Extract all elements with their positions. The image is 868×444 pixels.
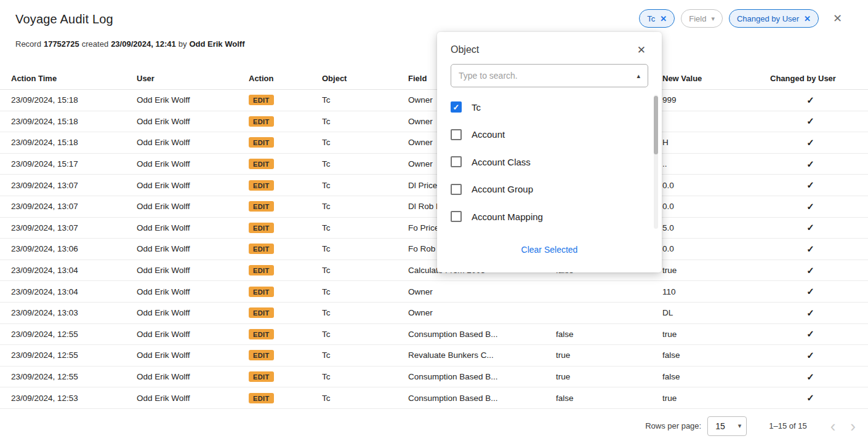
cell-action: EDIT [249,329,322,339]
created-at: 23/09/2024, 12:41 [111,39,176,49]
cell-new-value: true [662,394,770,403]
object-option[interactable]: Account Class [437,148,662,176]
object-option[interactable]: Account [437,121,662,149]
check-icon: ✓ [806,307,814,319]
page: Tc ✕ Field ▾ Changed by User ✕ ✕ Voyage … [0,0,868,443]
chevron-down-icon: ▾ [738,422,742,430]
option-checkbox[interactable] [451,184,462,195]
cell-changed-by-user: ✓ [770,244,868,255]
object-option[interactable]: Account Group [437,176,662,204]
check-icon: ✓ [806,286,814,297]
object-filter-popup: Object ✕ ▴ ✓ Tc Account Account Class Ac… [437,32,662,272]
cell-changed-by-user: ✓ [770,307,868,319]
rows-per-page-label: Rows per page: [645,421,701,430]
cell-user: Odd Erik Wolff [137,138,249,147]
audit-table: Action Time User Action Object Field Old… [0,68,868,409]
edit-badge: EDIT [249,265,274,276]
popup-search-box[interactable]: ▴ [451,64,648,87]
option-checkbox[interactable] [451,211,462,222]
remove-filter-icon[interactable]: ✕ [804,14,811,23]
column-header-action-time: Action Time [0,74,137,83]
cell-user: Odd Erik Wolff [137,202,249,211]
cell-action: EDIT [249,393,322,403]
check-icon: ✓ [806,328,814,339]
cell-changed-by-user: ✓ [770,180,868,191]
filter-chip-field[interactable]: Field ▾ [681,9,723,28]
cell-action: EDIT [249,287,322,297]
cell-action: EDIT [249,95,322,105]
option-label: Account Group [472,184,533,194]
cell-changed-by-user: ✓ [770,159,868,170]
column-header-object: Object [322,74,408,83]
search-input[interactable] [459,71,637,81]
scrollbar-thumb[interactable] [654,96,658,154]
pager: ‹ › [830,418,856,434]
chip-label: Changed by User [737,14,799,23]
edit-badge: EDIT [249,95,274,105]
option-checkbox[interactable] [451,129,462,140]
option-label: Account Class [472,157,531,167]
edit-badge: EDIT [249,307,274,318]
filter-chip-tc[interactable]: Tc ✕ [639,9,675,28]
cell-new-value: 999 [662,95,770,105]
cell-user: Odd Erik Wolff [137,95,249,105]
column-header-action: Action [249,74,322,83]
table-row: 23/09/2024, 12:55 Odd Erik Wolff EDIT Tc… [0,345,868,367]
cell-action-time: 23/09/2024, 15:18 [0,117,137,126]
record-summary: Record 17752725 created 23/09/2024, 12:4… [15,39,853,49]
cell-action-time: 23/09/2024, 12:55 [0,372,137,381]
cell-user: Odd Erik Wolff [137,223,249,232]
previous-page-icon[interactable]: ‹ [830,418,836,434]
cell-object: Tc [322,202,408,211]
filter-chips: Tc ✕ Field ▾ Changed by User ✕ [639,9,819,28]
cell-user: Odd Erik Wolff [137,287,249,296]
edit-badge: EDIT [249,159,274,169]
cell-user: Odd Erik Wolff [137,181,249,190]
cell-object: Tc [322,330,408,339]
rows-per-page-select[interactable]: 15 ▾ [707,416,747,436]
cell-changed-by-user: ✓ [770,222,868,233]
check-icon: ✓ [806,159,814,170]
pagination-range: 1–15 of 15 [769,421,806,430]
chevron-up-icon[interactable]: ▴ [637,72,640,80]
table-row: 23/09/2024, 13:03 Odd Erik Wolff EDIT Tc… [0,303,868,324]
cell-action-time: 23/09/2024, 12:55 [0,351,137,360]
table-row: 23/09/2024, 12:53 Odd Erik Wolff EDIT Tc… [0,387,868,409]
scrollbar-track[interactable] [654,95,658,229]
object-option[interactable]: ✓ Tc [437,93,662,121]
cell-object: Tc [322,159,408,168]
cell-field: Consumption Based B... [408,330,556,339]
object-option[interactable]: Account Mapping [437,203,662,231]
cell-object: Tc [322,308,408,317]
table-body: 23/09/2024, 15:18 Odd Erik Wolff EDIT Tc… [0,90,868,409]
cell-action: EDIT [249,307,322,318]
close-icon[interactable]: ✕ [833,13,842,24]
cell-action-time: 23/09/2024, 13:07 [0,223,137,232]
cell-object: Tc [322,181,408,190]
cell-action: EDIT [249,159,322,169]
cell-object: Tc [322,223,408,232]
cell-action: EDIT [249,371,322,382]
filter-chip-changed-by-user[interactable]: Changed by User ✕ [729,9,819,28]
cell-action: EDIT [249,244,322,254]
next-page-icon[interactable]: › [850,418,856,434]
remove-filter-icon[interactable]: ✕ [660,14,667,23]
record-id: 17752725 [44,39,79,49]
table-row: 23/09/2024, 12:55 Odd Erik Wolff EDIT Tc… [0,324,868,346]
cell-user: Odd Erik Wolff [137,372,249,381]
option-checkbox[interactable]: ✓ [451,101,462,113]
edit-badge: EDIT [249,287,274,297]
cell-user: Odd Erik Wolff [137,117,249,126]
cell-changed-by-user: ✓ [770,116,868,127]
table-row: 23/09/2024, 12:55 Odd Erik Wolff EDIT Tc… [0,367,868,388]
cell-action-time: 23/09/2024, 15:17 [0,159,137,168]
clear-selected-link[interactable]: Clear Selected [521,245,578,255]
cell-object: Tc [322,287,408,296]
popup-footer: Clear Selected [437,244,662,255]
cell-changed-by-user: ✓ [770,95,868,106]
cell-new-value: true [662,266,770,275]
popup-close-icon[interactable]: ✕ [637,45,646,55]
cell-action-time: 23/09/2024, 13:04 [0,266,137,275]
table-row: 23/09/2024, 15:18 Odd Erik Wolff EDIT Tc… [0,90,868,111]
option-checkbox[interactable] [451,156,462,167]
